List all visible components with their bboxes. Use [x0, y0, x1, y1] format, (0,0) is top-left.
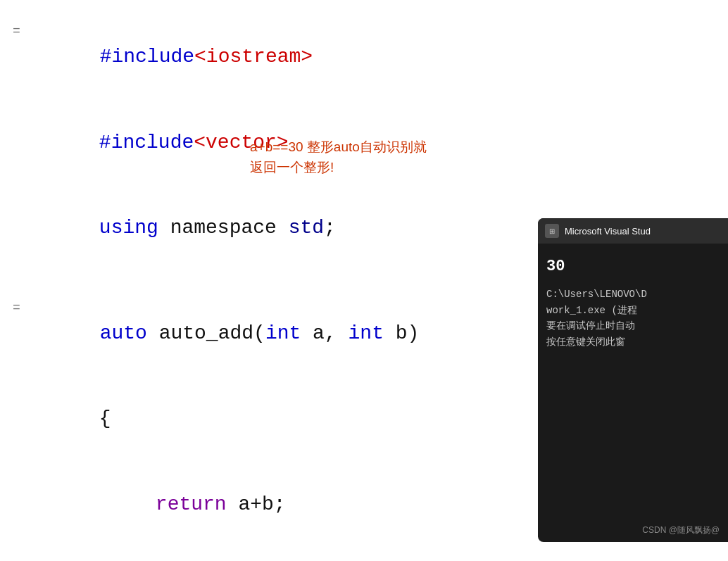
terminal-title: Microsoft Visual Stud [565, 226, 651, 237]
terminal-body: 30 C:\Users\LENOVO\D work_1.exe (进程 要在调试… [538, 244, 728, 360]
terminal-info-4: 按任意键关闭此窗 [546, 334, 720, 350]
terminal-number: 30 [546, 258, 565, 275]
terminal-footer: CSDN @随风飘扬@ [642, 524, 720, 536]
line3-content: using namespace std; [24, 187, 336, 270]
return-expr: a+b; [227, 493, 286, 515]
code-line-1: = #include<iostream> [0, 14, 728, 100]
keyword-include2: #include [99, 132, 194, 153]
terminal-info-1: C:\Users\LENOVO\D [546, 286, 720, 302]
terminal-info: C:\Users\LENOVO\D work_1.exe (进程 要在调试停止时… [546, 286, 720, 350]
line5-content: auto auto_add(int a, int b) [25, 292, 420, 375]
terminal-output: 30 [546, 253, 720, 279]
namespace-text: namespace [158, 217, 289, 239]
param-a: a, [301, 322, 348, 344]
line6-content: { [24, 377, 111, 460]
keyword-include: #include [100, 46, 194, 68]
semicolon1: ; [324, 217, 336, 239]
fn-name: auto_add( [147, 322, 265, 344]
return-annotation: a+b==30 整形auto自动识别就 返回一个整形! [250, 137, 427, 177]
fold-marker-5: = [13, 301, 20, 315]
keyword-int-a: int [265, 322, 301, 344]
terminal-titlebar: ⊞ Microsoft Visual Stud [538, 218, 728, 244]
keyword-auto: auto [100, 322, 147, 344]
terminal-footer-text: CSDN @随风飘扬@ [642, 525, 720, 535]
code-line-8: } [0, 547, 728, 561]
std-text: std [289, 217, 324, 239]
line1-content: #include<iostream> [25, 15, 313, 99]
code-editor: = #include<iostream> #include<vector> us… [0, 0, 728, 561]
line8-content: } [24, 548, 111, 561]
keyword-using: using [99, 217, 158, 239]
terminal-app-icon: ⊞ [545, 224, 559, 238]
terminal-window: ⊞ Microsoft Visual Stud 30 C:\Users\LENO… [538, 218, 728, 542]
return-note-line1: a+b==30 整形auto自动识别就 [250, 137, 427, 158]
param-b: b) [384, 322, 419, 344]
terminal-info-2: work_1.exe (进程 [546, 303, 720, 318]
keyword-int-b: int [349, 322, 384, 344]
line7-content: return a+b; [24, 463, 286, 546]
iostream-include: <iostream> [194, 46, 313, 68]
terminal-info-3: 要在调试停止时自动 [546, 318, 720, 334]
open-brace-1: { [99, 408, 111, 429]
return-note-line2: 返回一个整形! [250, 158, 427, 178]
keyword-return-1: return [156, 493, 227, 515]
line2-content: #include<vector> [24, 101, 289, 184]
fold-marker-1: = [13, 24, 20, 38]
